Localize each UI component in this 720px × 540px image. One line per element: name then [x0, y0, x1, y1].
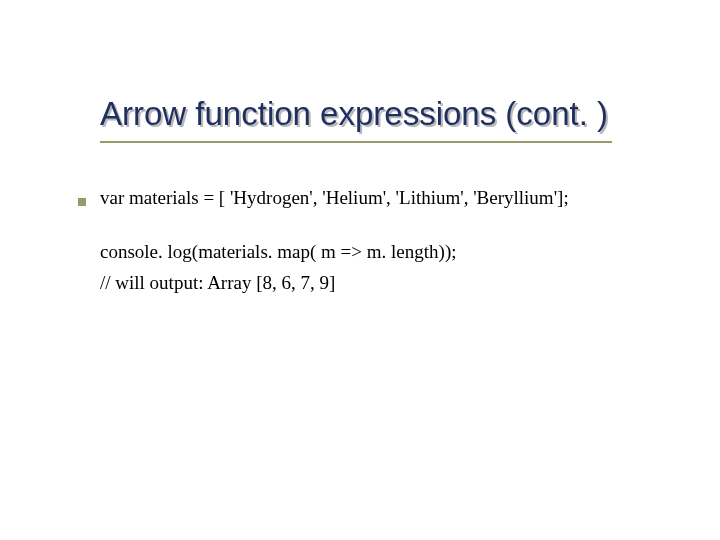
slide-title: Arrow function expressions (cont. ): [100, 95, 660, 133]
slide: Arrow function expressions (cont. ) Arro…: [0, 0, 720, 540]
title-underline: [100, 141, 612, 143]
bullet-icon: [78, 198, 86, 206]
title-block: Arrow function expressions (cont. ) Arro…: [100, 95, 660, 143]
code-line-3: // will output: Array [8, 6, 7, 9]: [100, 270, 660, 296]
body-text: var materials = [ 'Hydrogen', 'Helium', …: [100, 185, 660, 296]
code-line-1: var materials = [ 'Hydrogen', 'Helium', …: [100, 185, 660, 211]
code-line-2: console. log(materials. map( m => m. len…: [100, 239, 660, 265]
